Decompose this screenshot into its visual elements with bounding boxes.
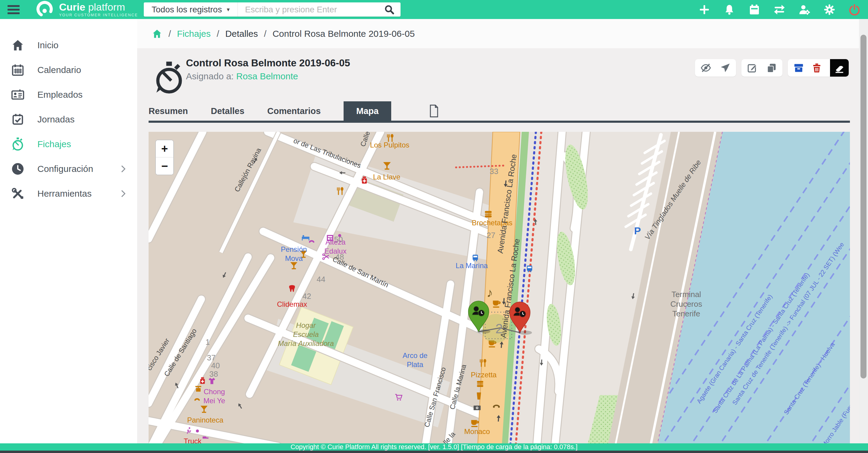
caret-down-icon: ▾ [227,6,230,13]
window-bottom-edge [0,451,868,453]
house-number: 42 [303,292,311,301]
footer-text: Copyright © Curie Platform All rights re… [290,443,578,451]
map-label: Tenerife [673,309,701,318]
sidebar-item-configuracion[interactable]: Configuración [0,157,137,181]
map-label: María Auxiliadora [278,339,334,347]
sidebar-item-herramientas[interactable]: Herramientas [0,181,137,206]
main-panel: Control Rosa Belmonte 2019-06-05 Asignad… [137,48,868,443]
map-label: Pensión [281,245,307,253]
brand-text: Curie platform YOUR CUSTOMER INTELLIGENC… [59,2,138,17]
sidebar-item-jornadas[interactable]: Jornadas [0,107,137,132]
sidebar: Inicio Calendario Empleados Jornadas Fic… [0,19,137,443]
calendar-icon [11,63,25,77]
edit-button[interactable] [747,62,758,73]
tab-document[interactable] [429,104,439,118]
zoom-out-button[interactable]: − [156,158,173,175]
house-number: 33 [490,167,498,176]
sidebar-item-inicio[interactable]: Inicio [0,33,137,58]
map-canvas[interactable]: Los Pulpitos La Llave Callejón Ravina or… [149,132,850,446]
search-input[interactable] [238,2,378,17]
map-label: Pizzetta [471,371,497,379]
chevron-right-icon [120,190,126,198]
breadcrumb-separator: / [264,29,267,39]
map-label: Terminal [672,290,701,299]
send-button[interactable] [720,62,731,73]
breadcrumb-separator: / [168,29,171,39]
danger-group [788,59,849,77]
parking-icon: P [634,225,641,236]
logout-icon[interactable] [848,3,861,16]
map-label: Clidemax [277,300,307,308]
map-label: Arco de [403,351,428,360]
id-card-icon [11,88,25,102]
copy-button[interactable] [766,62,777,73]
home-icon [11,38,25,52]
search-icon [384,4,395,15]
zoom-in-button[interactable]: + [156,140,173,158]
calendar-icon[interactable] [748,3,761,16]
erase-button[interactable] [830,59,849,77]
hide-button[interactable] [701,62,711,73]
brand-logo[interactable]: Curie platform YOUR CUSTOMER INTELLIGENC… [35,0,138,20]
map-label: Cruceros [670,300,702,309]
assigned-to: Asignado a: Rosa Belmonte [186,71,298,81]
scrollbar-thumb[interactable] [861,35,867,378]
calendar-check-icon [11,113,25,126]
map-label: La Marina [456,261,488,270]
house-number: 38 [210,369,218,378]
edit-icon [747,62,758,74]
chevron-right-icon [120,165,126,173]
breadcrumb-fichajes[interactable]: Fichajes [177,29,211,39]
settings-icon[interactable] [823,3,836,16]
map-label: Monaco [464,427,490,435]
sidebar-item-calendario[interactable]: Calendario [0,58,137,82]
map-label: La Llave [373,173,401,181]
home-icon[interactable] [152,28,162,39]
topbar: Curie platform YOUR CUSTOMER INTELLIGENC… [0,0,868,19]
house-number: 1 [206,338,210,346]
breadcrumb: / Fichajes / Detalles / Control Rosa Bel… [137,19,859,48]
page-title: Control Rosa Belmonte 2019-06-05 [186,57,350,69]
footer: Copyright © Curie Platform All rights re… [0,443,868,451]
global-search: Todos los registros ▾ [144,2,401,17]
house-number: 44 [317,275,326,284]
hamburger-menu-icon[interactable] [0,0,27,19]
trash-icon [811,62,822,74]
curie-logo-icon [35,0,54,20]
user-settings-icon[interactable] [798,3,811,16]
stopwatch-icon [152,61,186,95]
tab-underline [149,121,850,123]
search-button[interactable] [378,2,401,17]
tab-resumen[interactable]: Resumen [149,101,188,121]
search-filter-dropdown[interactable]: Todos los registros ▾ [144,2,238,17]
map-label: Hogar [296,321,316,329]
breadcrumb-detalles[interactable]: Detalles [225,29,258,39]
music-note-icon: ♪ [487,286,493,300]
add-icon[interactable] [698,3,711,16]
eye-slash-icon [701,62,711,74]
topbar-actions [698,0,861,19]
assigned-user-link[interactable]: Rosa Belmonte [236,71,298,81]
tools-icon [11,187,25,201]
clock-icon [11,162,25,176]
file-icon [429,104,439,118]
breadcrumb-separator: / [217,29,219,39]
map-label: Los Pulpitos [370,141,410,149]
map-label: Plata [407,360,424,369]
tab-detalles[interactable]: Detalles [211,101,244,121]
house-number: 40 [211,361,220,370]
sidebar-item-empleados[interactable]: Empleados [0,82,137,107]
tab-comentarios[interactable]: Comentarios [267,101,321,121]
stopwatch-icon [11,137,25,151]
paper-plane-icon [720,62,731,74]
tab-mapa[interactable]: Mapa [344,101,391,121]
edit-group [741,59,782,77]
sidebar-item-fichajes[interactable]: Fichajes [0,132,137,157]
map-label: Mei Ye [204,397,225,405]
transfers-icon[interactable] [773,3,786,16]
archive-button[interactable] [793,62,804,73]
visibility-group [695,59,736,77]
copy-icon [766,62,777,74]
delete-button[interactable] [811,62,822,73]
notifications-icon[interactable] [723,3,736,16]
